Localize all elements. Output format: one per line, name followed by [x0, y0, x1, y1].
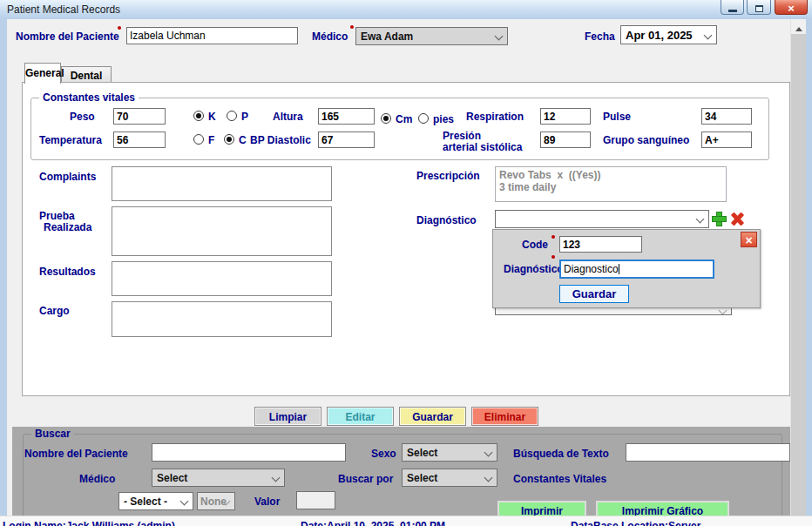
code-input[interactable]	[559, 236, 642, 253]
medico-select[interactable]: Ewa Adam	[355, 27, 508, 45]
diagnosis-popup: × Code Diagnóstico Diagnostico Guardar	[492, 229, 761, 308]
radio-fahrenheit[interactable]	[193, 134, 204, 145]
medico-selected-value: Ewa Adam	[361, 30, 413, 43]
guardar-button[interactable]: Guardar	[399, 407, 466, 426]
vertical-scrollbar[interactable]	[790, 19, 805, 516]
altura-input[interactable]	[318, 108, 375, 125]
sexo-select[interactable]: Select	[402, 443, 497, 462]
text-caret	[619, 264, 619, 274]
tab-dental[interactable]: Dental	[61, 66, 112, 83]
radio-kilograms[interactable]	[193, 111, 204, 121]
sexo-label: Sexo	[371, 448, 396, 460]
complaints-label: Complaints	[39, 171, 96, 183]
scroll-up-button[interactable]	[791, 19, 806, 34]
valor-input[interactable]	[296, 491, 335, 509]
tab-dental-label: Dental	[71, 70, 103, 82]
prueba-label-line2: Realizada	[44, 221, 91, 233]
complaints-textarea[interactable]	[112, 166, 332, 201]
diagnostico-label: Diagnóstico	[416, 214, 477, 226]
minimize-icon	[728, 10, 737, 12]
window-title: Patient Medical Records	[7, 3, 120, 16]
popup-diagnostico-input[interactable]: Diagnostico	[559, 260, 714, 279]
constantes-vitales-label: Constantes Vitales	[513, 473, 606, 485]
tab-general-label: General	[25, 67, 64, 79]
popup-close-button[interactable]: ×	[741, 232, 757, 247]
code-label: Code	[522, 239, 548, 251]
status-login: Login Name:Jack Williams (admin)	[3, 520, 175, 526]
tab-general[interactable]: General	[24, 63, 61, 84]
patient-name-label: Nombre del Paciente	[16, 30, 119, 43]
main-content: Nombre del Paciente Médico Ewa Adam Fech…	[7, 19, 805, 526]
grupo-sanguineo-label: Grupo sanguíneo	[603, 134, 689, 146]
required-marker	[350, 25, 354, 29]
vitals-groupbox: Constantes vitales	[30, 98, 769, 160]
medico-label: Médico	[312, 30, 348, 43]
prueba-realizada-textarea[interactable]	[112, 206, 332, 256]
criterio-select[interactable]: - Select -	[118, 492, 193, 510]
buscar-panel: Buscar Nombre del Paciente Sexo Select B…	[12, 427, 790, 516]
chevron-down-icon	[696, 215, 705, 224]
required-marker	[551, 255, 555, 259]
pulse-input[interactable]	[701, 108, 752, 125]
temperatura-input[interactable]	[113, 132, 166, 148]
radio-pies[interactable]	[418, 113, 429, 124]
scrollbar-thumb[interactable]	[791, 34, 806, 516]
radio-cm-label: Cm	[396, 113, 412, 125]
pulse-label: Pulse	[603, 111, 631, 123]
add-diagnosis-icon[interactable]	[713, 212, 726, 226]
delete-diagnosis-icon[interactable]	[730, 212, 745, 226]
minimize-button[interactable]	[721, 0, 744, 15]
prescripcion-box[interactable]: Revo Tabs x ((Yes)) 3 time daily	[495, 166, 727, 202]
patient-name-input[interactable]	[126, 27, 298, 44]
grupo-sanguineo-input[interactable]	[701, 132, 752, 148]
radio-pounds[interactable]	[227, 111, 237, 121]
app-window: Patient Medical Records × Nombre del Pac…	[0, 0, 812, 526]
presion-sistolica-input[interactable]	[540, 132, 591, 148]
busqueda-texto-label: Búsqueda de Texto	[513, 448, 609, 460]
busqueda-texto-input[interactable]	[626, 443, 790, 462]
radio-cm[interactable]	[381, 113, 391, 124]
radio-celsius-label: C	[239, 134, 247, 146]
close-window-button[interactable]: ×	[775, 0, 808, 15]
popup-guardar-button[interactable]: Guardar	[559, 285, 629, 303]
prescripcion-label: Prescripción	[416, 170, 480, 182]
respiration-input[interactable]	[540, 108, 591, 125]
bp-diastolic-input[interactable]	[318, 132, 375, 148]
diagnostico-select[interactable]	[495, 210, 709, 228]
radio-fahrenheit-label: F	[208, 134, 214, 146]
vitals-group-title: Constantes vitales	[39, 91, 139, 104]
prueba-label-line1: Prueba	[39, 210, 75, 222]
maximize-button[interactable]	[747, 0, 771, 15]
radio-celsius[interactable]	[224, 134, 234, 145]
operador-select[interactable]: None	[197, 492, 235, 510]
buscar-nombre-input[interactable]	[152, 443, 346, 462]
imprimir-grafico-button[interactable]: Imprimir Gráfico	[596, 501, 729, 516]
chevron-down-icon	[484, 474, 493, 482]
respiration-label: Respiration	[466, 111, 524, 123]
chevron-down-icon	[180, 497, 189, 506]
altura-label: Altura	[273, 111, 303, 123]
buscar-por-selected-value: Select	[407, 472, 437, 484]
limpiar-button[interactable]: Limpiar	[254, 407, 321, 426]
resultados-textarea[interactable]	[112, 261, 332, 296]
editar-button[interactable]: Editar	[327, 407, 394, 426]
maximize-icon	[755, 5, 763, 12]
peso-input[interactable]	[113, 108, 166, 125]
buscar-nombre-label: Nombre del Paciente	[24, 448, 128, 460]
cargo-label: Cargo	[39, 305, 70, 317]
buscar-medico-select[interactable]: Select	[152, 469, 285, 487]
imprimir-button[interactable]: Imprimir	[497, 501, 586, 516]
buscar-medico-selected-value: Select	[157, 472, 187, 484]
fecha-datepicker[interactable]: Apr 01, 2025	[620, 25, 717, 44]
eliminar-button[interactable]: Eliminar	[471, 407, 538, 426]
chevron-down-icon	[704, 31, 713, 40]
criterio-selected-value: - Select -	[124, 496, 167, 508]
required-marker	[118, 26, 121, 30]
bp-diastolic-label: BP Diastolic	[250, 134, 311, 146]
close-icon: ×	[745, 233, 752, 247]
valor-label: Valor	[254, 496, 280, 508]
buscar-por-select[interactable]: Select	[402, 469, 497, 487]
chevron-down-icon	[495, 32, 504, 41]
cargo-textarea[interactable]	[112, 301, 332, 337]
close-icon: ×	[788, 2, 795, 15]
